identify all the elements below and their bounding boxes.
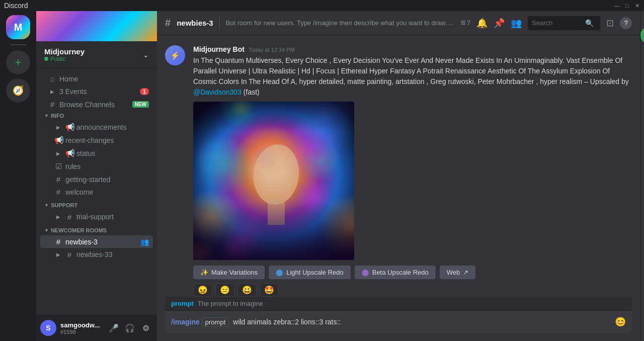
search-box[interactable]: 🔍 [528, 16, 600, 30]
online-indicator [44, 57, 48, 61]
server-separator [10, 44, 26, 45]
search-input[interactable] [532, 19, 582, 27]
refresh-button[interactable]: ↻ [640, 26, 644, 44]
reaction-love[interactable]: 🤩 [260, 283, 279, 297]
recent-changes-icon: 📢 [54, 136, 62, 145]
message-buttons: ✨ Make Variations ⬤ Light Upscale Redo ⬤… [193, 266, 632, 279]
inbox-icon[interactable]: ⊡ [606, 18, 614, 29]
channel-item-rules[interactable]: ☑ rules [40, 160, 153, 173]
user-bar: S samgoodw... #1598 🎤 🎧 ⚙ [36, 315, 157, 341]
thread-icon-symbol: ≡ [460, 18, 466, 28]
message-input[interactable] [233, 318, 611, 326]
info-section-label: INFO [51, 113, 64, 119]
right-panel: ↻ [640, 0, 644, 341]
titlebar-title: Discord [4, 2, 28, 10]
user-info: samgoodw... #1598 [60, 321, 103, 335]
main-content: # newbies-3 Bot room for new users. Type… [157, 0, 640, 341]
server-status-text: Public [50, 56, 65, 62]
thread-icon[interactable]: ≡ 7 [460, 18, 470, 28]
reaction-happy[interactable]: 😀 [237, 283, 257, 297]
browse-icon: # [48, 100, 56, 109]
neutral-emoji: 😑 [220, 285, 230, 295]
titlebar-controls: — □ ✕ [614, 3, 640, 9]
bot-avatar: ⚡ [165, 45, 185, 65]
server-icon-midjourney[interactable]: M [6, 15, 30, 39]
announcements-icon: 📢 [65, 123, 73, 132]
prompt-hint-text: The prompt to imagine [198, 300, 263, 307]
events-chevron-icon: ▸ [48, 87, 56, 96]
server-status: Public [44, 56, 85, 62]
rules-icon: ☑ [54, 162, 62, 171]
welcome-label: welcome [65, 188, 149, 196]
beta-upscale-icon: ⬤ [362, 269, 369, 276]
channel-list: ⌂ Home ▸ 3 Events 1 # Browse Channels NE… [36, 68, 157, 315]
server-header[interactable]: Midjourney Public ⌄ [36, 41, 157, 68]
reaction-tired[interactable]: 😖 [193, 283, 212, 297]
status-chevron: ▸ [54, 149, 62, 158]
home-label: Home [59, 75, 149, 83]
maximize-button[interactable]: □ [624, 3, 630, 9]
add-server-button[interactable]: + [6, 50, 30, 74]
channel-item-welcome[interactable]: # welcome [40, 186, 153, 198]
reaction-neutral[interactable]: 😑 [215, 283, 234, 297]
beta-upscale-label: Beta Upscale Redo [372, 269, 429, 276]
upscaled-by-link[interactable]: @Davidson303 [193, 88, 242, 96]
emoji-reactions: 😖 😑 😀 🤩 [193, 283, 632, 297]
server-list: M + 🧭 [0, 0, 36, 341]
minimize-button[interactable]: — [614, 3, 620, 9]
channel-item-newbies-3[interactable]: # newbies-3 👥 [40, 235, 153, 248]
microphone-button[interactable]: 🎤 [107, 321, 121, 335]
server-banner [36, 11, 157, 41]
channel-item-trial-support[interactable]: ▸ # trial-support [40, 210, 153, 223]
make-variations-button[interactable]: ✨ Make Variations [193, 266, 265, 279]
upscale-speed: (fast) [244, 88, 260, 96]
channel-item-newbies-33[interactable]: ▸ # newbies-33 [40, 248, 153, 261]
message-content: Midjourney Bot Today at 12:34 PM In The … [193, 45, 632, 297]
section-support: ▼ SUPPORT ▸ # trial-support [36, 200, 157, 223]
section-newcomer: ▼ NEWCOMER ROOMS # newbies-3 👥 ▸ # newbi… [36, 225, 157, 261]
channel-item-getting-started[interactable]: # getting-started [40, 173, 153, 186]
prompt-tag-label: prompt [202, 317, 229, 327]
channel-hash-icon: # [165, 17, 171, 29]
user-controls: 🎤 🎧 ⚙ [107, 321, 153, 335]
sidebar-item-home[interactable]: ⌂ Home [40, 72, 153, 85]
pin-icon[interactable]: 📌 [494, 18, 505, 29]
channel-item-status[interactable]: ▸ 📢 status [40, 147, 153, 160]
headset-button[interactable]: 🎧 [123, 321, 137, 335]
header-divider [219, 17, 220, 29]
notification-bell-icon[interactable]: 🔔 [476, 18, 488, 29]
status-icon: 📢 [65, 149, 73, 158]
announcements-chevron: ▸ [54, 123, 62, 132]
explore-servers-button[interactable]: 🧭 [6, 78, 30, 103]
info-section-arrow: ▼ [44, 113, 49, 118]
prompt-hint-label: prompt [171, 300, 194, 307]
getting-started-label: getting-started [65, 176, 149, 184]
messages-area: ⚡ Midjourney Bot Today at 12:34 PM In Th… [157, 35, 640, 297]
bot-avatar-icon: ⚡ [170, 51, 180, 60]
light-upscale-redo-button[interactable]: ⬤ Light Upscale Redo [269, 266, 350, 279]
settings-button[interactable]: ⚙ [139, 321, 153, 335]
sidebar-item-events[interactable]: ▸ 3 Events 1 [40, 85, 153, 98]
input-area: prompt The prompt to imagine /imagine pr… [157, 297, 640, 341]
love-emoji: 🤩 [264, 285, 274, 295]
close-button[interactable]: ✕ [634, 3, 640, 9]
channel-item-recent-changes[interactable]: 📢 recent-changes [40, 134, 153, 147]
members-icon[interactable]: 👥 [511, 18, 522, 29]
sidebar-item-browse[interactable]: # Browse Channels NEW [40, 98, 153, 111]
beta-upscale-redo-button[interactable]: ⬤ Beta Upscale Redo [355, 266, 436, 279]
help-icon[interactable]: ? [620, 17, 632, 29]
message-item: ⚡ Midjourney Bot Today at 12:34 PM In Th… [157, 43, 640, 297]
web-button[interactable]: Web ↗ [440, 266, 476, 279]
newbies33-chevron: ▸ [54, 250, 62, 259]
web-icon: ↗ [463, 269, 468, 276]
trial-support-icon: # [65, 213, 73, 221]
section-header-newcomer[interactable]: ▼ NEWCOMER ROOMS [36, 225, 157, 235]
newcomer-section-label: NEWCOMER ROOMS [51, 227, 107, 233]
input-icons: 😊 [615, 316, 626, 327]
slash-command-label: /imagine [171, 318, 200, 326]
user-discriminator: #1598 [60, 329, 103, 335]
section-header-info[interactable]: ▼ INFO [36, 111, 157, 121]
emoji-picker-icon[interactable]: 😊 [615, 316, 626, 327]
channel-item-announcements[interactable]: ▸ 📢 announcements [40, 121, 153, 134]
section-header-support[interactable]: ▼ SUPPORT [36, 200, 157, 210]
